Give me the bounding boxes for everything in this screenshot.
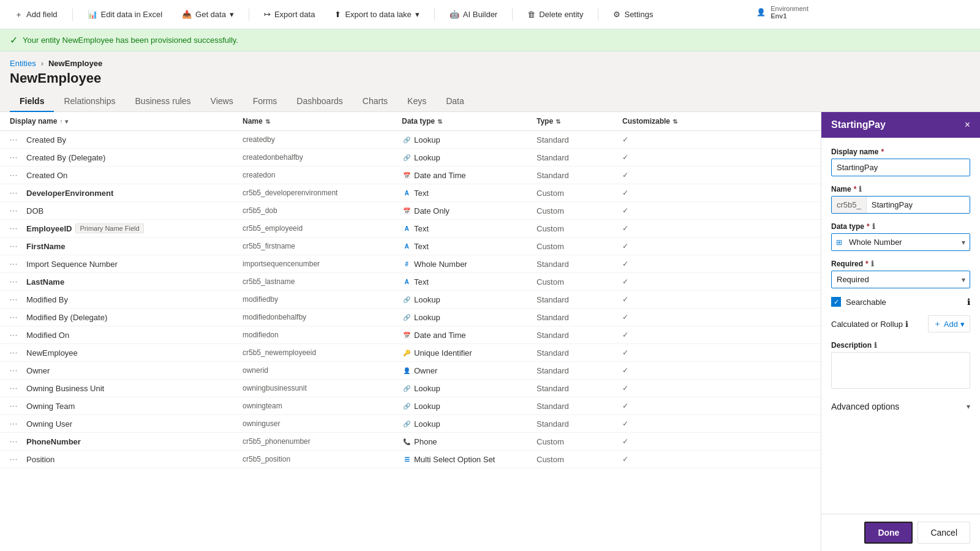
display-name-field: Display name * [831, 148, 970, 176]
row-more-button[interactable]: ··· [10, 171, 18, 179]
data-type-select-wrapper: ⊞ Whole Number Text Date and Time Date O… [831, 233, 970, 251]
data-type-info-icon[interactable]: ℹ [872, 222, 875, 231]
export-icon: ↦ [264, 10, 271, 19]
success-bar: ✓ Your entity NewEmployee has been provi… [0, 29, 980, 51]
dtype-icon: A [402, 277, 412, 287]
row-more-button[interactable]: ··· [10, 366, 18, 375]
tab-dashboards[interactable]: Dashboards [287, 91, 353, 112]
row-more-button[interactable]: ··· [10, 384, 18, 392]
data-type-select[interactable]: Whole Number Text Date and Time Date Onl… [831, 233, 970, 251]
searchable-info-icon[interactable]: ℹ [967, 297, 970, 307]
th-type[interactable]: Type ⇅ [537, 117, 622, 126]
row-more-button[interactable]: ··· [10, 242, 18, 250]
ai-builder-button[interactable]: 🤖 AI Builder [445, 7, 502, 21]
panel-close-button[interactable]: × [965, 119, 970, 130]
breadcrumb-parent[interactable]: Entities [10, 59, 36, 68]
th-name[interactable]: Name ⇅ [243, 117, 402, 126]
tab-keys[interactable]: Keys [398, 91, 436, 112]
sort-type: ⇅ [556, 118, 560, 125]
table-row: ··· NewEmployee cr5b5_newemployeeid 🔑 Un… [0, 344, 821, 362]
row-more-button[interactable]: ··· [10, 313, 18, 321]
row-more-button[interactable]: ··· [10, 206, 18, 215]
export-lake-button[interactable]: ⬆ Export to data lake ▾ [330, 7, 424, 21]
cancel-button[interactable]: Cancel [918, 522, 970, 544]
row-more-button[interactable]: ··· [10, 348, 18, 357]
getdata-chevron: ▾ [230, 10, 234, 19]
tab-relationships[interactable]: Relationships [54, 91, 125, 112]
customizable-check: ✓ [622, 135, 628, 144]
name-field-wrapper: cr5b5_ [831, 196, 970, 214]
name-input[interactable] [867, 197, 970, 213]
required-select[interactable]: Required Optional Business Recommended [831, 271, 970, 288]
row-more-button[interactable]: ··· [10, 224, 18, 233]
dtype-icon: 🔑 [402, 348, 412, 358]
row-more-button[interactable]: ··· [10, 295, 18, 304]
excel-icon: 📊 [88, 10, 97, 19]
tab-charts[interactable]: Charts [353, 91, 398, 112]
row-more-button[interactable]: ··· [10, 189, 18, 197]
left-content: Entities › NewEmployee NewEmployee Field… [0, 51, 980, 551]
name-info-icon[interactable]: ℹ [859, 185, 862, 193]
description-textarea[interactable] [831, 352, 970, 389]
tab-business-rules[interactable]: Business rules [126, 91, 201, 112]
row-more-button[interactable]: ··· [10, 260, 18, 268]
row-more-button[interactable]: ··· [10, 402, 18, 410]
searchable-checkbox[interactable]: ✓ [831, 297, 841, 307]
customizable-check: ✓ [622, 419, 628, 428]
lake-icon: ⬆ [334, 10, 341, 19]
customizable-check: ✓ [622, 242, 628, 250]
th-display-name[interactable]: Display name ↑ ▾ [10, 117, 243, 126]
customizable-check: ✓ [622, 189, 628, 197]
customizable-check: ✓ [622, 348, 628, 357]
calc-info-icon[interactable]: ℹ [905, 320, 908, 329]
content-wrapper: Display name ↑ ▾ Name ⇅ Data type ⇅ Type [0, 112, 980, 551]
row-more-button[interactable]: ··· [10, 455, 18, 463]
settings-button[interactable]: ⚙ Settings [608, 7, 658, 21]
export-data-button[interactable]: ↦ Export data [259, 7, 320, 21]
sort-display-name: ↑ [59, 118, 62, 125]
row-more-button[interactable]: ··· [10, 419, 18, 428]
customizable-check: ✓ [622, 171, 628, 179]
table-header: Display name ↑ ▾ Name ⇅ Data type ⇅ Type [0, 112, 821, 131]
edit-excel-button[interactable]: 📊 Edit data in Excel [83, 7, 167, 21]
tab-fields[interactable]: Fields [10, 91, 54, 112]
tab-views[interactable]: Views [201, 91, 243, 112]
required-field: Required * ℹ Required Optional Business … [831, 260, 970, 288]
th-customizable[interactable]: Customizable ⇅ [622, 117, 720, 126]
row-more-button[interactable]: ··· [10, 437, 18, 446]
customizable-check: ✓ [622, 260, 628, 268]
get-data-button[interactable]: 📥 Get data ▾ [177, 7, 239, 21]
add-field-button[interactable]: ＋ Add field [10, 7, 62, 23]
row-more-button[interactable]: ··· [10, 277, 18, 286]
th-data-type[interactable]: Data type ⇅ [402, 117, 537, 126]
tab-data[interactable]: Data [436, 91, 474, 112]
dtype-icon: 🔗 [402, 401, 412, 411]
ai-icon: 🤖 [450, 10, 459, 19]
dtype-icon: 📅 [402, 170, 412, 180]
tab-forms[interactable]: Forms [243, 91, 287, 112]
name-label: Name * ℹ [831, 185, 970, 193]
row-more-button[interactable]: ··· [10, 135, 18, 144]
dtype-icon: # [402, 259, 412, 269]
add-calc-plus: ＋ [933, 318, 941, 329]
delete-icon: 🗑 [527, 10, 535, 19]
add-calc-chevron: ▾ [960, 320, 965, 329]
dtype-icon: 📅 [402, 206, 412, 216]
right-panel: StartingPay × Display name * [821, 112, 980, 551]
required-label: Required * ℹ [831, 260, 970, 268]
add-calc-button[interactable]: ＋ Add ▾ [928, 315, 970, 332]
row-more-button[interactable]: ··· [10, 153, 18, 162]
row-more-button[interactable]: ··· [10, 331, 18, 339]
advanced-options-row[interactable]: Advanced options ▾ [831, 399, 970, 414]
required-info-icon[interactable]: ℹ [871, 260, 874, 268]
customizable-check: ✓ [622, 331, 628, 339]
description-info-icon[interactable]: ℹ [874, 341, 877, 350]
panel-title: StartingPay [831, 119, 886, 130]
dtype-icon: A [402, 223, 412, 233]
done-button[interactable]: Done [864, 522, 913, 544]
delete-entity-button[interactable]: 🗑 Delete entity [522, 7, 588, 21]
customizable-check: ✓ [622, 206, 628, 215]
table-row: ··· DOB cr5b5_dob 📅 Date Only Custom ✓ [0, 202, 821, 220]
display-name-input[interactable] [831, 159, 970, 176]
app-container: ＋ Add field 📊 Edit data in Excel 📥 Get d… [0, 0, 980, 551]
